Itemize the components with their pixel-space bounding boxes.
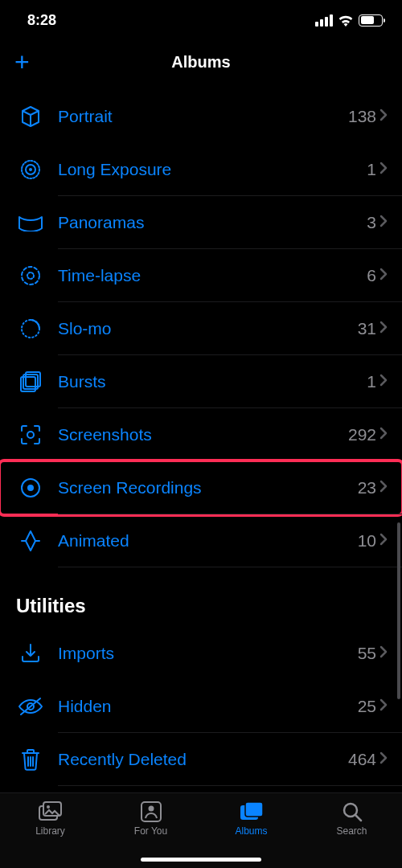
row-count: 464 — [348, 750, 376, 769]
svg-point-11 — [27, 485, 34, 491]
wifi-icon — [338, 14, 354, 27]
row-count: 3 — [367, 213, 376, 232]
row-label: Recently Deleted — [58, 750, 348, 769]
chevron-right-icon — [379, 108, 388, 125]
row-count: 1 — [367, 372, 376, 391]
album-row-bursts[interactable]: Bursts1 — [0, 355, 402, 408]
panorama-icon — [16, 208, 45, 237]
home-indicator[interactable] — [141, 858, 261, 862]
row-label: Bursts — [58, 372, 367, 391]
row-count: 1 — [367, 160, 376, 179]
page-title: Albums — [171, 53, 230, 72]
row-label: Panoramas — [58, 213, 367, 232]
album-row-screen-recordings[interactable]: Screen Recordings23 — [0, 461, 402, 514]
tab-label: Albums — [235, 825, 267, 837]
status-bar: 8:28 — [0, 0, 402, 40]
row-count: 6 — [367, 266, 376, 285]
row-label: Time-lapse — [58, 266, 367, 285]
row-label: Imports — [58, 644, 358, 663]
svg-line-22 — [355, 815, 361, 821]
album-row-panoramas[interactable]: Panoramas3 — [0, 196, 402, 249]
svg-point-2 — [29, 168, 32, 171]
chevron-right-icon — [379, 162, 388, 178]
row-label: Screenshots — [58, 425, 348, 444]
cellular-icon — [315, 14, 333, 27]
album-row-recently-deleted[interactable]: Recently Deleted464 — [0, 733, 402, 786]
album-row-portrait[interactable]: Portrait138 — [0, 90, 402, 143]
album-row-long-exposure[interactable]: Long Exposure1 — [0, 143, 402, 196]
target-icon — [16, 155, 45, 184]
svg-point-9 — [27, 432, 34, 438]
tab-bar: Library For You Albums Search — [0, 792, 402, 868]
record-icon — [16, 473, 45, 502]
tab-albums[interactable]: Albums — [201, 801, 302, 837]
nav-header: + Albums — [0, 40, 402, 84]
svg-point-4 — [27, 272, 34, 279]
svg-rect-17 — [142, 802, 161, 821]
row-label: Portrait — [58, 107, 348, 126]
tab-library[interactable]: Library — [0, 801, 100, 837]
download-icon — [16, 639, 45, 668]
row-label: Long Exposure — [58, 160, 367, 179]
album-row-animated[interactable]: Animated10 — [0, 514, 402, 567]
row-label: Slo-mo — [58, 319, 358, 338]
chevron-right-icon — [379, 374, 388, 390]
status-time: 8:28 — [27, 12, 56, 29]
tab-for-you[interactable]: For You — [100, 801, 201, 837]
album-list[interactable]: Portrait138Long Exposure1Panoramas3Time-… — [0, 84, 402, 792]
chevron-right-icon — [379, 751, 388, 768]
eye-off-icon — [16, 692, 45, 721]
svg-rect-20 — [245, 802, 263, 817]
tab-label: Library — [35, 825, 65, 837]
animated-icon — [16, 526, 45, 555]
tab-label: For You — [134, 825, 167, 837]
chevron-right-icon — [379, 698, 388, 714]
svg-point-18 — [148, 806, 154, 812]
chevron-right-icon — [379, 321, 388, 337]
row-count: 138 — [348, 107, 376, 126]
chevron-right-icon — [379, 533, 388, 549]
add-button[interactable]: + — [14, 49, 30, 75]
trash-icon — [16, 745, 45, 774]
chevron-right-icon — [379, 215, 388, 231]
tab-search[interactable]: Search — [302, 801, 402, 837]
cube-icon — [16, 102, 45, 131]
chevron-right-icon — [379, 268, 388, 284]
row-count: 31 — [358, 319, 376, 338]
album-row-hidden[interactable]: Hidden25 — [0, 680, 402, 733]
library-icon — [39, 801, 63, 822]
stack-icon — [16, 367, 45, 396]
slomo-icon — [16, 314, 45, 343]
album-row-screenshots[interactable]: Screenshots292 — [0, 408, 402, 461]
scroll-indicator[interactable] — [397, 522, 400, 699]
album-row-imports[interactable]: Imports55 — [0, 627, 402, 680]
tab-label: Search — [336, 825, 367, 837]
row-count: 55 — [358, 644, 376, 663]
chevron-right-icon — [379, 427, 388, 443]
album-row-slo-mo[interactable]: Slo-mo31 — [0, 302, 402, 355]
row-count: 292 — [348, 425, 376, 444]
chevron-right-icon — [379, 480, 388, 496]
chevron-right-icon — [379, 645, 388, 661]
for-you-icon — [139, 801, 163, 822]
svg-point-3 — [22, 267, 39, 285]
row-count: 23 — [358, 478, 376, 497]
row-count: 25 — [358, 697, 376, 716]
row-label: Hidden — [58, 697, 358, 716]
search-icon — [340, 801, 364, 822]
screenshot-icon — [16, 420, 45, 449]
svg-point-16 — [47, 805, 50, 809]
album-row-time-lapse[interactable]: Time-lapse6 — [0, 249, 402, 302]
albums-icon — [240, 801, 264, 822]
row-count: 10 — [358, 531, 376, 551]
row-label: Animated — [58, 531, 358, 551]
section-header-utilities: Utilities — [0, 567, 402, 627]
row-label: Screen Recordings — [58, 478, 358, 497]
status-indicators — [315, 14, 383, 27]
timelapse-icon — [16, 261, 45, 290]
battery-icon — [359, 14, 383, 27]
